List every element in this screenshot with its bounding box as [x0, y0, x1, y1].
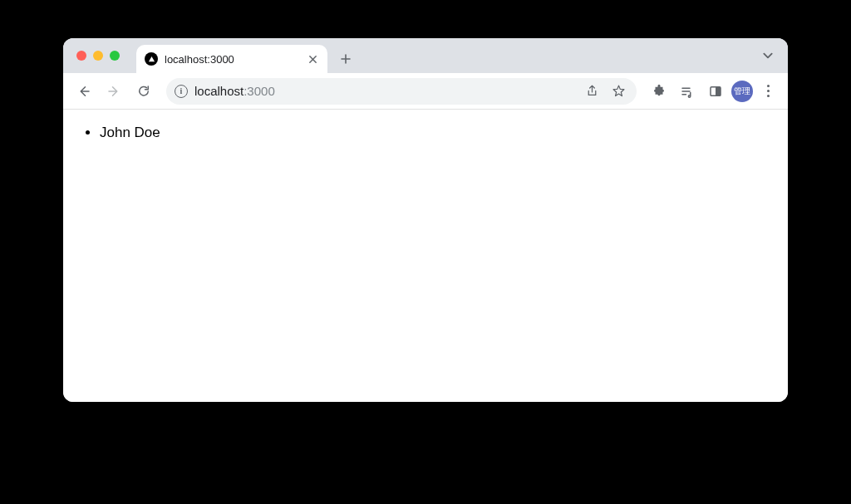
profile-avatar[interactable]: 管理: [731, 81, 753, 102]
tab-bar: localhost:3000: [63, 38, 788, 73]
new-tab-button[interactable]: [334, 47, 357, 71]
browser-window: localhost:3000 i: [63, 38, 788, 402]
bookmark-star-icon[interactable]: [608, 81, 628, 101]
media-control-icon[interactable]: [675, 79, 700, 104]
browser-tab[interactable]: localhost:3000: [136, 45, 327, 73]
extensions-puzzle-icon[interactable]: [647, 79, 671, 104]
maximize-window-button[interactable]: [110, 51, 120, 61]
url-host: localhost: [194, 84, 243, 98]
close-window-button[interactable]: [76, 51, 86, 61]
svg-rect-1: [716, 86, 721, 95]
tab-search-button[interactable]: [760, 47, 776, 64]
side-panel-icon[interactable]: [703, 79, 728, 104]
list-item: John Doe: [100, 125, 776, 141]
avatar-label: 管理: [734, 87, 750, 95]
share-icon[interactable]: [582, 81, 602, 101]
browser-menu-button[interactable]: [756, 85, 780, 97]
extension-icons: 管理: [647, 79, 780, 104]
close-tab-button[interactable]: [306, 52, 319, 66]
page-content: John Doe: [63, 110, 788, 402]
tab-title: localhost:3000: [165, 53, 299, 66]
toolbar: i localhost:3000: [63, 73, 788, 110]
minimize-window-button[interactable]: [93, 51, 103, 61]
url-text: localhost:3000: [194, 84, 275, 98]
address-bar[interactable]: i localhost:3000: [166, 78, 637, 105]
url-port: :3000: [243, 84, 275, 98]
site-info-icon[interactable]: i: [175, 85, 188, 98]
window-controls: [71, 38, 128, 73]
content-list: John Doe: [75, 125, 776, 141]
reload-button[interactable]: [131, 79, 156, 104]
back-button[interactable]: [71, 79, 96, 104]
forward-button[interactable]: [101, 79, 126, 104]
favicon-icon: [145, 52, 158, 66]
